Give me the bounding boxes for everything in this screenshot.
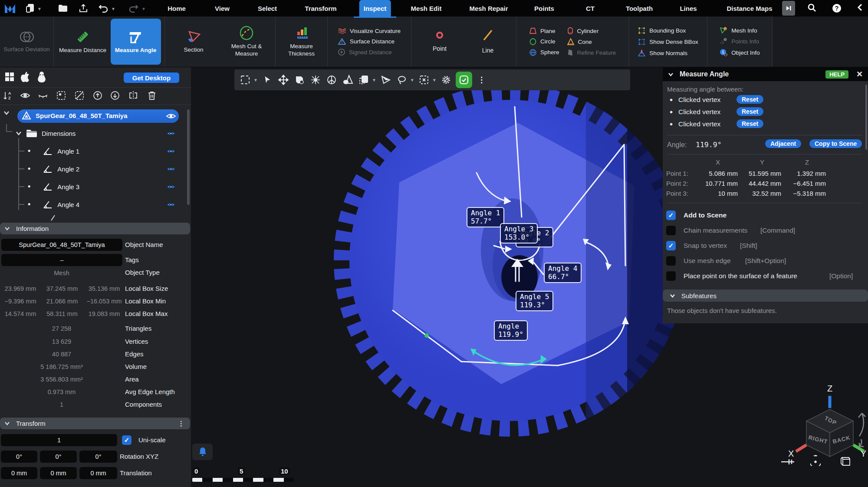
tab-transform[interactable]: Transform [300,0,341,16]
measure-angle-button[interactable]: Measure Angle [111,19,161,65]
chevron-down-icon[interactable]: ▼ [253,78,258,82]
apple-platform-icon[interactable] [20,71,31,85]
chain-measurements-checkbox[interactable] [666,226,676,235]
tab-points[interactable]: Points [530,0,559,16]
measure-stick-icon[interactable] [780,458,795,467]
show-normals-button[interactable]: Show Normals [638,49,698,56]
tree-item-angle1[interactable]: • Angle 1 [28,147,79,155]
undo-icon[interactable] [98,3,108,13]
search-icon[interactable] [807,3,818,13]
angle-label-4[interactable]: Angle 466.7° [544,263,582,283]
help-icon[interactable]: ? [832,3,842,13]
use-mesh-edge-checkbox[interactable] [666,256,676,266]
visibility-eye-icon[interactable] [166,166,176,172]
open-folder-icon[interactable] [58,3,68,13]
sort-az-icon[interactable]: AZ [3,90,13,102]
transform-section-header[interactable]: Transform ⋮ [0,418,190,429]
points-info-button[interactable]: Points Info [720,38,760,45]
show-all-eye-icon[interactable] [20,90,30,102]
rotate-view-arrows[interactable] [858,413,865,447]
focus-target-icon[interactable] [809,455,822,470]
chevron-down-icon[interactable]: ▼ [432,78,437,82]
cylinder-feature-button[interactable]: Cylinder [567,27,616,34]
chevron-down-icon[interactable] [16,131,22,135]
export-icon[interactable] [78,3,89,13]
chevron-down-icon[interactable] [3,111,10,115]
flip-icon[interactable] [128,90,138,102]
tree-item-angle3[interactable]: • Angle 3 [28,182,79,191]
move-up-icon[interactable] [92,90,103,102]
chevron-down-icon[interactable]: ▼ [141,7,146,11]
cone-feature-button[interactable]: Cone [567,38,616,45]
angle-label-3[interactable]: Angle 3153.0° [500,223,538,244]
primitives-icon[interactable] [341,73,354,86]
signed-distance-button[interactable]: Signed Distance [338,49,401,56]
sphere-feature-button[interactable]: Sphere [529,49,559,56]
cursor-select-icon[interactable] [261,73,274,86]
notifications-button[interactable] [192,444,213,460]
tab-view[interactable]: View [210,0,234,16]
place-point-checkbox[interactable] [666,271,676,281]
clipping-plane-icon[interactable] [293,73,306,86]
scale-input[interactable]: 1 [1,434,117,446]
angle-label-5[interactable]: Angle 5119.3° [516,291,553,311]
panel-scrollbar[interactable] [865,85,867,150]
angle-label-1[interactable]: Angle 157.7° [467,207,504,227]
windows-platform-icon[interactable] [4,72,15,84]
hide-selection-icon[interactable] [440,73,453,86]
circle-feature-button[interactable]: Circle [529,38,559,45]
deselect-marquee-icon[interactable] [74,90,85,102]
visibility-eye-icon[interactable] [166,130,176,137]
translation-y-input[interactable]: 0 mm [40,467,77,479]
reset-vertex-2-button[interactable]: Reset [736,107,763,116]
copy-to-scene-button[interactable]: Copy to Scene [809,139,862,148]
select-marquee-icon[interactable] [56,90,66,102]
plane-feature-button[interactable]: Plane [529,28,559,34]
visibility-eye-icon[interactable] [166,112,176,120]
close-icon[interactable]: ✕ [856,69,863,79]
visibility-eye-icon[interactable] [166,148,176,155]
translation-z-input[interactable]: 0 mm [79,467,117,479]
object-name-input[interactable]: SpurGear_06_48_50T_Tamiya [1,239,122,251]
measure-thickness-button[interactable]: Measure Thickness [276,19,327,65]
tab-distance-maps[interactable]: Distance Maps [722,0,776,16]
get-desktop-button[interactable]: Get Desktop [124,72,179,83]
measure-angle-panel-header[interactable]: Measure Angle HELP ✕ [663,67,868,81]
uniscale-checkbox[interactable]: ✓ [122,435,132,445]
tab-select[interactable]: Select [253,0,281,16]
tree-root-row[interactable] [3,111,10,115]
section-button[interactable]: Section [168,19,219,65]
visibility-eye-icon[interactable] [166,201,176,208]
object-info-button[interactable]: i Object Info [720,49,760,56]
hide-all-eye-icon[interactable] [38,90,48,102]
mesh-info-button[interactable]: i Mesh Info [720,27,760,34]
tab-home[interactable]: Home [163,0,190,16]
reset-vertex-3-button[interactable]: Reset [736,119,763,128]
tab-mesh-repair[interactable]: Mesh Repair [465,0,512,16]
tree-item-angle4[interactable]: • Angle 4 [28,200,79,209]
expand-tabs-button[interactable] [782,1,795,16]
visualize-curvature-button[interactable]: Visualize Curvature [338,28,401,34]
redo-icon[interactable] [128,3,139,13]
tags-input[interactable]: – [1,254,122,266]
refine-feature-button[interactable]: Refine Feature [567,49,616,56]
plane-cut-icon[interactable] [379,73,392,86]
rotation-y-input[interactable]: 0° [40,451,77,463]
adjacent-button[interactable]: Adjacent [765,139,801,148]
tab-toolpath[interactable]: Toolpath [621,0,657,16]
wireframe-box-icon[interactable] [838,455,852,470]
collapse-panel-chevron-icon[interactable] [856,3,866,13]
snap-to-vertex-checkbox[interactable]: ✓ [666,241,676,250]
move-down-icon[interactable] [110,90,120,102]
visibility-eye-icon[interactable] [166,184,176,190]
tab-inspect[interactable]: Inspect [359,0,391,16]
tab-ct[interactable]: CT [582,0,599,16]
new-scene-icon[interactable] [25,3,36,13]
nav-cube[interactable]: X Y Z TOP RIGHT BACK [764,365,868,464]
chevron-down-icon[interactable]: ▼ [372,78,376,82]
duplicate-icon[interactable] [357,73,370,86]
subfeatures-section-header[interactable]: Subfeatures [663,290,868,302]
translation-x-input[interactable]: 0 mm [1,467,37,479]
linux-platform-icon[interactable] [36,71,47,85]
rotation-z-input[interactable]: 0° [79,451,117,463]
